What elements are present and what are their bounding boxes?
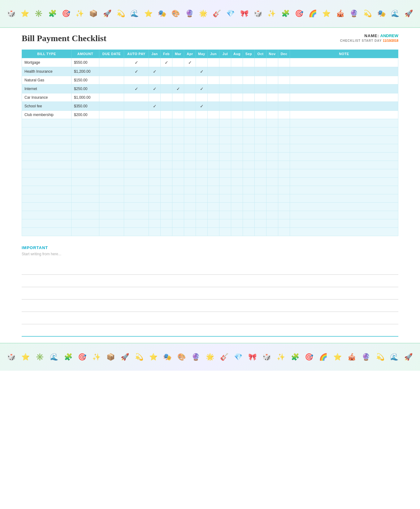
note-line-5	[22, 312, 398, 324]
jul-cell	[219, 102, 231, 111]
mar-cell	[172, 93, 184, 102]
empty-cell	[149, 119, 161, 127]
empty-cell	[278, 194, 290, 203]
banner-icon: ✨	[76, 10, 84, 18]
banner-icon: 🧩	[281, 10, 290, 18]
empty-row	[22, 153, 398, 161]
footer-banner-icon: 💫	[376, 353, 384, 361]
empty-row	[22, 203, 398, 211]
banner-icon: 🎲	[254, 10, 262, 18]
footer-banner-icon: 🎸	[220, 353, 228, 361]
empty-row	[22, 211, 398, 219]
empty-cell	[208, 161, 219, 169]
empty-cell	[71, 161, 99, 169]
empty-cell	[124, 153, 149, 161]
empty-cell	[124, 136, 149, 144]
oct-cell	[255, 58, 266, 67]
empty-cell	[290, 153, 398, 161]
empty-cell	[124, 119, 149, 127]
empty-cell	[290, 119, 398, 127]
note-line-1	[22, 262, 398, 275]
empty-cell	[278, 169, 290, 178]
due-date-cell	[99, 76, 124, 84]
empty-cell	[196, 169, 208, 178]
empty-cell	[219, 211, 231, 219]
empty-cell	[255, 144, 266, 153]
empty-cell	[149, 219, 161, 228]
auto-pay-cell	[124, 76, 149, 84]
empty-cell	[243, 194, 255, 203]
empty-cell	[219, 194, 231, 203]
banner-icon: ✨	[267, 10, 276, 18]
empty-cell	[172, 203, 184, 211]
empty-cell	[149, 144, 161, 153]
empty-cell	[124, 228, 149, 236]
jul-cell	[219, 84, 231, 93]
empty-cell	[22, 211, 71, 219]
note-line-2	[22, 275, 398, 287]
empty-cell	[243, 144, 255, 153]
empty-cell	[22, 144, 71, 153]
mar-cell	[172, 67, 184, 76]
empty-cell	[266, 211, 278, 219]
empty-cell	[161, 127, 172, 136]
empty-cell	[243, 169, 255, 178]
due-date-cell	[99, 102, 124, 111]
jan-header: Jan	[149, 50, 161, 58]
bill-type-cell: Car Insurance	[22, 93, 71, 102]
nov-cell	[266, 102, 278, 111]
empty-cell	[99, 194, 124, 203]
dec-cell	[278, 76, 290, 84]
bill-type-cell: Health Insurance	[22, 67, 71, 76]
empty-cell	[208, 144, 219, 153]
sep-header: Sep	[243, 50, 255, 58]
empty-cell	[290, 144, 398, 153]
empty-cell	[266, 127, 278, 136]
empty-cell	[124, 194, 149, 203]
sep-cell	[243, 93, 255, 102]
banner-icon: 🌟	[199, 10, 207, 18]
bill-type-cell: School fee	[22, 102, 71, 111]
mar-cell: ✓	[172, 84, 184, 93]
empty-cell	[278, 161, 290, 169]
note-cell	[290, 93, 398, 102]
table-row: Mortgage$550.00✓✓✓	[22, 58, 398, 67]
apr-header: Apr	[184, 50, 196, 58]
bill-type-cell: Internet	[22, 84, 71, 93]
empty-cell	[290, 194, 398, 203]
may-cell: ✓	[196, 67, 208, 76]
banner-icon: 🎪	[336, 10, 344, 18]
table-header: BILL TYPE AMOUNT DUE DATE AUTO PAY Jan F…	[22, 50, 398, 58]
empty-cell	[255, 228, 266, 236]
empty-cell	[290, 169, 398, 178]
empty-cell	[255, 219, 266, 228]
empty-cell	[22, 119, 71, 127]
due-date-cell	[99, 58, 124, 67]
empty-cell	[290, 136, 398, 144]
bill-type-cell: Club membership	[22, 111, 71, 119]
empty-cell	[149, 203, 161, 211]
banner-icon: 🎲	[7, 10, 15, 18]
empty-cell	[219, 127, 231, 136]
apr-cell	[184, 84, 196, 93]
empty-cell	[266, 178, 278, 186]
jun-cell	[208, 67, 219, 76]
empty-cell	[290, 219, 398, 228]
auto-pay-cell: ✓	[124, 58, 149, 67]
banner-icon: ⭐	[322, 10, 331, 18]
empty-cell	[71, 211, 99, 219]
empty-cell	[278, 119, 290, 127]
amount-cell: $250.00	[71, 84, 99, 93]
empty-row	[22, 169, 398, 178]
empty-cell	[22, 228, 71, 236]
empty-cell	[124, 178, 149, 186]
empty-cell	[219, 153, 231, 161]
empty-cell	[255, 119, 266, 127]
empty-cell	[278, 136, 290, 144]
note-cell	[290, 102, 398, 111]
empty-cell	[71, 194, 99, 203]
empty-cell	[278, 144, 290, 153]
empty-cell	[255, 194, 266, 203]
empty-cell	[266, 186, 278, 194]
mar-cell	[172, 102, 184, 111]
